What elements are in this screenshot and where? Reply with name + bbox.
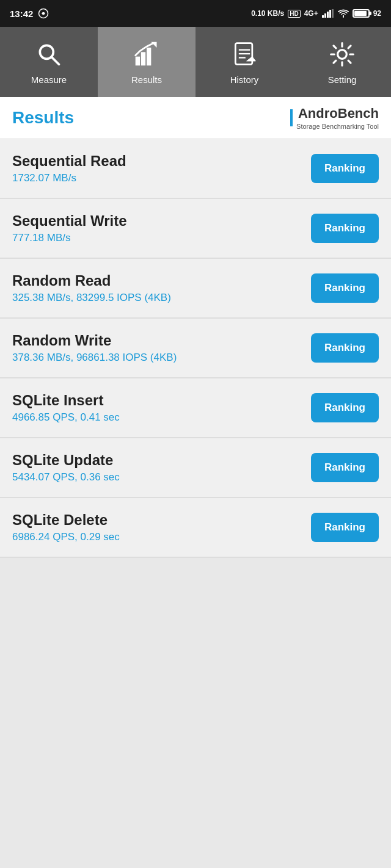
- measure-icon: [34, 39, 64, 70]
- ranking-button-sqlite-delete[interactable]: Ranking: [311, 513, 379, 542]
- document-icon: [231, 41, 258, 68]
- svg-marker-16: [247, 57, 256, 61]
- battery-level: 92: [373, 9, 381, 18]
- chart-icon: [133, 41, 160, 68]
- svg-point-17: [338, 50, 347, 59]
- bench-item-random-write: Random Write 378.36 MB/s, 96861.38 IOPS …: [0, 319, 391, 378]
- status-bar: 13:42 0.10 KB/s HD 4G+ 92: [0, 0, 391, 27]
- svg-rect-10: [147, 48, 151, 65]
- svg-rect-4: [329, 10, 331, 18]
- svg-rect-8: [136, 57, 140, 66]
- bench-info: SQLite Delete 6986.24 QPS, 0.29 sec: [12, 512, 311, 543]
- benchmark-list: Sequential Read 1732.07 MB/s Ranking Seq…: [0, 139, 391, 558]
- ranking-button-random-write[interactable]: Ranking: [311, 333, 379, 363]
- setting-icon: [327, 39, 357, 70]
- app-icon: [38, 8, 49, 19]
- bench-name: Sequential Read: [12, 153, 311, 170]
- bench-value: 4966.85 QPS, 0.41 sec: [12, 411, 311, 424]
- network-type: 4G+: [304, 9, 318, 18]
- page-title: Results: [12, 108, 74, 128]
- status-left: 13:42: [10, 8, 49, 19]
- bench-item-sqlite-update: SQLite Update 5434.07 QPS, 0.36 sec Rank…: [0, 438, 391, 498]
- tab-history[interactable]: History: [196, 27, 293, 97]
- network-speed: 0.10 KB/s: [251, 9, 284, 18]
- svg-rect-1: [322, 15, 324, 18]
- tab-measure[interactable]: Measure: [0, 27, 98, 97]
- tab-measure-label: Measure: [31, 74, 67, 85]
- bench-item-sqlite-delete: SQLite Delete 6986.24 QPS, 0.29 sec Rank…: [0, 498, 391, 558]
- tab-setting[interactable]: Setting: [293, 27, 391, 97]
- battery-icon: [353, 9, 370, 18]
- bench-item-sqlite-insert: SQLite Insert 4966.85 QPS, 0.41 sec Rank…: [0, 378, 391, 438]
- gear-icon: [329, 41, 356, 68]
- bench-item-sequential-write: Sequential Write 777.18 MB/s Ranking: [0, 199, 391, 259]
- bench-value: 5434.07 QPS, 0.36 sec: [12, 471, 311, 483]
- wifi-icon: [338, 9, 349, 18]
- bench-name: SQLite Insert: [12, 392, 311, 409]
- svg-rect-3: [327, 12, 329, 18]
- bench-value: 6986.24 QPS, 0.29 sec: [12, 531, 311, 543]
- bench-value: 378.36 MB/s, 96861.38 IOPS (4KB): [12, 352, 311, 364]
- ranking-button-sqlite-insert[interactable]: Ranking: [311, 393, 379, 422]
- bench-value: 325.38 MB/s, 83299.5 IOPS (4KB): [12, 292, 311, 304]
- bench-info: SQLite Insert 4966.85 QPS, 0.41 sec: [12, 392, 311, 424]
- bench-info: SQLite Update 5434.07 QPS, 0.36 sec: [12, 452, 311, 483]
- tab-setting-label: Setting: [328, 74, 357, 85]
- bench-info: Random Write 378.36 MB/s, 96861.38 IOPS …: [12, 332, 311, 364]
- brand-name: AndroBench: [298, 106, 379, 121]
- svg-rect-5: [332, 9, 334, 18]
- hd-badge: HD: [288, 10, 300, 18]
- bench-name: SQLite Delete: [12, 512, 311, 529]
- bench-name: Random Write: [12, 332, 311, 349]
- ranking-button-sequential-read[interactable]: Ranking: [311, 154, 379, 183]
- svg-rect-9: [141, 52, 145, 65]
- bench-name: Random Read: [12, 272, 311, 289]
- signal-icon: [322, 9, 334, 18]
- bench-name: SQLite Update: [12, 452, 311, 469]
- ranking-button-sequential-write[interactable]: Ranking: [311, 214, 379, 243]
- ranking-button-random-read[interactable]: Ranking: [311, 273, 379, 303]
- time-display: 13:42: [10, 9, 33, 19]
- results-icon: [131, 39, 162, 70]
- status-right: 0.10 KB/s HD 4G+ 92: [251, 9, 381, 18]
- search-icon: [35, 41, 62, 68]
- results-header: Results AndroBench Storage Benchmarking …: [0, 97, 391, 139]
- brand-subtitle: Storage Benchmarking Tool: [296, 123, 379, 130]
- svg-line-7: [52, 57, 59, 65]
- tab-results-label: Results: [131, 74, 162, 85]
- bench-value: 777.18 MB/s: [12, 232, 311, 244]
- svg-marker-11: [151, 42, 156, 48]
- tab-results[interactable]: Results: [98, 27, 196, 97]
- history-icon: [229, 39, 260, 70]
- bench-info: Sequential Write 777.18 MB/s: [12, 212, 311, 244]
- bench-value: 1732.07 MB/s: [12, 172, 311, 184]
- bench-name: Sequential Write: [12, 212, 311, 230]
- ranking-button-sqlite-update[interactable]: Ranking: [311, 453, 379, 482]
- brand-logo: AndroBench Storage Benchmarking Tool: [290, 106, 379, 130]
- tab-history-label: History: [230, 74, 259, 85]
- bench-item-random-read: Random Read 325.38 MB/s, 83299.5 IOPS (4…: [0, 259, 391, 319]
- bench-info: Random Read 325.38 MB/s, 83299.5 IOPS (4…: [12, 272, 311, 304]
- svg-rect-2: [324, 13, 326, 18]
- bench-info: Sequential Read 1732.07 MB/s: [12, 153, 311, 184]
- tab-navigation: Measure Results History: [0, 27, 391, 97]
- brand-bar: [290, 109, 293, 126]
- bench-item-sequential-read: Sequential Read 1732.07 MB/s Ranking: [0, 139, 391, 199]
